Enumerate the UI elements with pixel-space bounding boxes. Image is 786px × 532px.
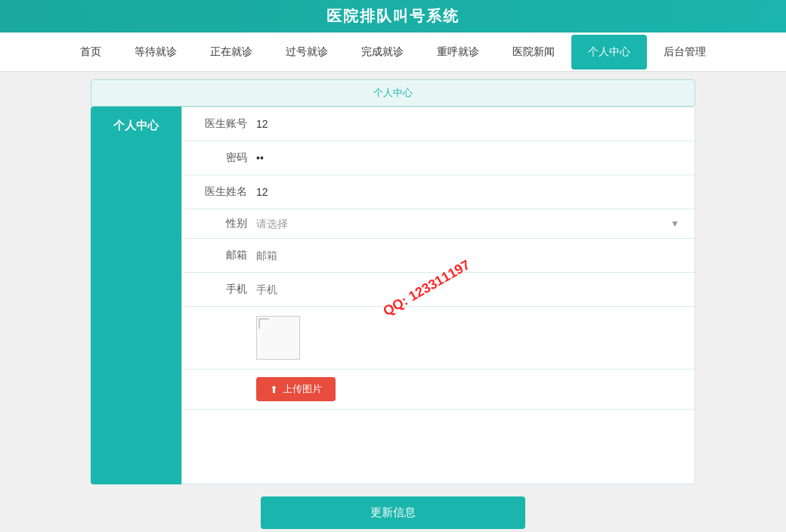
update-info-button[interactable]: 更新信息 [261, 496, 525, 529]
main-content: 个人中心 医生账号 密码 医生姓名 性别 请选择 男 女 [91, 107, 695, 484]
password-row: 密码 [182, 141, 695, 175]
doctor-id-input[interactable] [256, 115, 682, 133]
doctor-name-row: 医生姓名 [182, 175, 695, 209]
email-label: 邮箱 [194, 249, 247, 262]
gender-label: 性别 [194, 217, 247, 230]
breadcrumb-text: 个人中心 [373, 87, 413, 98]
nav-ongoing[interactable]: 正在就诊 [193, 35, 269, 70]
email-row: 邮箱 [182, 239, 695, 273]
upload-label: 上传图片 [283, 382, 322, 396]
nav-home[interactable]: 首页 [63, 35, 118, 70]
nav-done[interactable]: 完成就诊 [345, 35, 420, 70]
password-label: 密码 [194, 151, 247, 165]
upload-row: ⬆ 上传图片 [182, 370, 695, 410]
nav-personal-center[interactable]: 个人中心 [571, 35, 647, 70]
sidebar: 个人中心 [91, 107, 181, 484]
phone-input[interactable] [256, 280, 682, 298]
doctor-name-input[interactable] [256, 183, 682, 201]
doctor-id-row: 医生账号 [182, 107, 695, 141]
page-header: 医院排队叫号系统 [0, 0, 786, 32]
action-buttons-area: 更新信息 退出登录 [0, 484, 786, 532]
form-container: 医生账号 密码 医生姓名 性别 请选择 男 女 ▼ [181, 107, 695, 484]
nav-missed[interactable]: 过号就诊 [269, 35, 345, 70]
phone-row: 手机 [182, 273, 695, 307]
nav-admin[interactable]: 后台管理 [647, 35, 723, 70]
image-preview [256, 316, 300, 360]
nav-recall[interactable]: 重呼就诊 [420, 35, 496, 70]
main-nav: 首页 等待就诊 正在就诊 过号就诊 完成就诊 重呼就诊 医院新闻 个人中心 后台… [0, 32, 786, 72]
password-input[interactable] [256, 149, 682, 167]
breadcrumb: 个人中心 [91, 79, 695, 107]
doctor-name-label: 医生姓名 [194, 185, 247, 199]
gender-select[interactable]: 请选择 男 女 [256, 218, 682, 230]
image-preview-row [182, 307, 695, 370]
header-title: 医院排队叫号系统 [326, 8, 460, 24]
gender-select-wrapper: 请选择 男 女 ▼ [256, 218, 682, 230]
doctor-id-label: 医生账号 [194, 117, 247, 131]
upload-image-button[interactable]: ⬆ 上传图片 [256, 377, 336, 401]
update-label: 更新信息 [370, 506, 416, 518]
gender-row: 性别 请选择 男 女 ▼ [182, 209, 695, 239]
nav-waiting[interactable]: 等待就诊 [118, 35, 193, 70]
upload-icon: ⬆ [270, 384, 278, 395]
email-input[interactable] [256, 246, 682, 264]
nav-news[interactable]: 医院新闻 [496, 35, 571, 70]
sidebar-title: 个人中心 [91, 107, 181, 145]
phone-label: 手机 [194, 283, 247, 296]
